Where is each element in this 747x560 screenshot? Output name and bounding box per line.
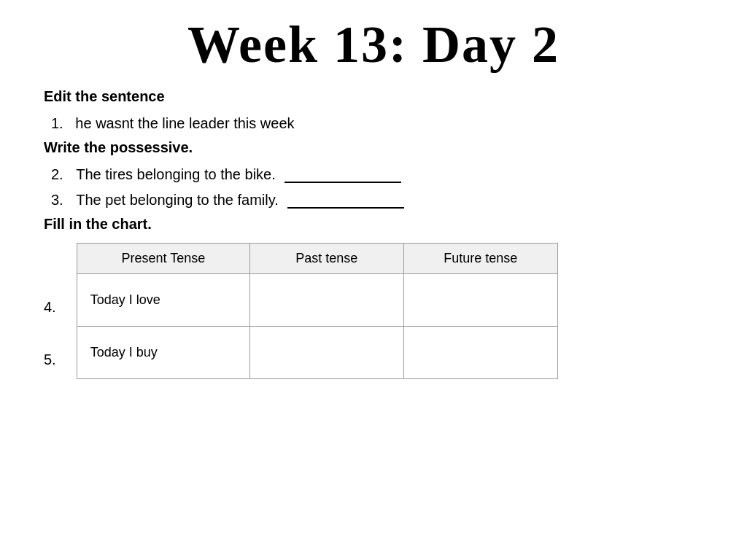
possessive-blank-3	[287, 206, 404, 209]
chart-row-4: Today I love	[77, 274, 557, 327]
edit-item-1: 1. he wasnt the line leader this week	[51, 115, 703, 132]
header-future: Future tense	[403, 244, 557, 274]
tense-chart: Present Tense Past tense Future tense To…	[77, 243, 558, 379]
chart-row-5: Today I buy	[77, 327, 557, 379]
row-numbers: 4. 5.	[44, 243, 62, 386]
chart-container: 4. 5. Present Tense Past tense Future te…	[44, 243, 703, 386]
row4-future	[403, 274, 557, 327]
row-number-4: 4.	[44, 281, 62, 333]
page-title: Week 13: Day 2	[44, 15, 703, 75]
header-present: Present Tense	[77, 244, 249, 274]
edit-section-label: Edit the sentence	[44, 88, 703, 105]
possessive-blank-2	[285, 180, 401, 183]
chart-header-row: Present Tense Past tense Future tense	[77, 244, 557, 274]
possessive-item-3-text: The pet belonging to the family.	[76, 192, 279, 209]
edit-item-1-number: 1.	[51, 115, 63, 131]
chart-section-label: Fill in the chart.	[44, 216, 703, 233]
edit-item-1-text: he wasnt the line leader this week	[75, 115, 294, 131]
chart-section: Fill in the chart. 4. 5. Present Tense P…	[44, 216, 703, 386]
row-number-5: 5.	[44, 333, 62, 386]
row4-present: Today I love	[77, 274, 249, 327]
row5-future	[403, 327, 557, 379]
possessive-section-label: Write the possessive.	[44, 139, 703, 156]
possessive-item-3-number: 3.	[51, 192, 63, 209]
header-past: Past tense	[249, 244, 403, 274]
possessive-item-3: 3. The pet belonging to the family.	[51, 192, 703, 209]
possessive-item-2: 2. The tires belonging to the bike.	[51, 166, 703, 183]
row4-past	[249, 274, 403, 327]
possessive-item-2-number: 2.	[51, 166, 63, 183]
row5-past	[249, 327, 403, 379]
possessive-item-2-text: The tires belonging to the bike.	[76, 166, 276, 183]
row5-present: Today I buy	[77, 327, 249, 379]
